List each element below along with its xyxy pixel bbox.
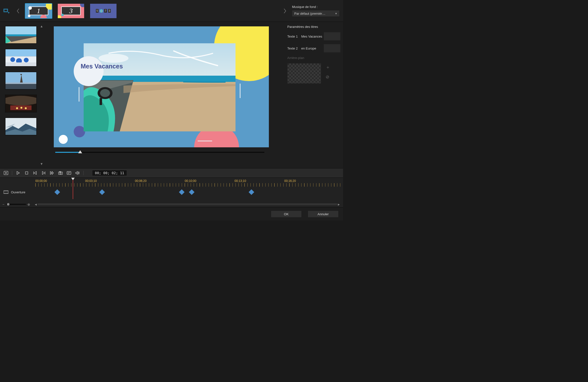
zoom-control[interactable]: − ⊕ (2, 203, 30, 206)
svg-rect-7 (5, 49, 36, 56)
track-header: Ouverture (0, 190, 35, 194)
scroll-down-icon[interactable]: ▼ (40, 162, 43, 166)
keyframe[interactable] (189, 189, 195, 195)
text1-label: Texte 1 (287, 35, 300, 38)
dialog-footer: OK Annuler (0, 208, 343, 220)
clip-thumb-2[interactable] (5, 49, 37, 67)
zoom-out-icon[interactable]: − (2, 203, 4, 206)
timeline-hscroll[interactable]: ◄ ► (34, 203, 341, 206)
svg-point-9 (10, 57, 15, 62)
template-digit: 3 (61, 6, 81, 15)
svg-rect-31 (25, 172, 28, 174)
zoom-in-icon[interactable]: ⊕ (27, 203, 30, 206)
right-panel: Paramètres des titres Texte 1 Mes Vacanc… (286, 22, 343, 168)
clip-column: ▲ ▼ (0, 22, 45, 168)
play-icon[interactable] (15, 170, 22, 176)
template-thumb-1[interactable]: 1 (25, 3, 52, 19)
template-thumb-2[interactable]: 3 (57, 3, 85, 19)
music-select[interactable]: Par défaut (premièr… ▼ (292, 10, 340, 17)
keyframe[interactable] (55, 189, 60, 195)
timeline-ruler[interactable]: 00;00;00 00;03;10 00;06;20 00;10;00 00;1… (35, 178, 341, 187)
stop-icon[interactable] (23, 170, 30, 176)
template-next-icon[interactable] (283, 3, 288, 18)
music-value: Par défaut (premièr… (294, 12, 325, 15)
clip-thumb-5[interactable] (5, 117, 37, 135)
text2-label: Texte 2 (287, 47, 300, 50)
snapshot-icon[interactable] (57, 170, 64, 176)
step-fwd-icon[interactable] (40, 170, 47, 176)
svg-point-20 (20, 107, 22, 109)
plus-icon: + (100, 9, 103, 13)
scroll-right-icon[interactable]: ► (337, 203, 341, 206)
svg-point-19 (16, 107, 18, 109)
svg-point-28 (100, 89, 110, 97)
cancel-button[interactable]: Annuler (308, 211, 339, 218)
ok-button[interactable]: OK (271, 211, 302, 218)
keyframe[interactable] (249, 189, 254, 195)
track-icon (3, 190, 8, 194)
template-prev-icon[interactable] (15, 3, 20, 18)
svg-rect-15 (20, 74, 22, 75)
text2-edit-box[interactable] (324, 44, 341, 53)
track-body[interactable] (35, 187, 343, 198)
svg-point-35 (60, 172, 61, 174)
keyframe[interactable] (179, 189, 185, 195)
right-panel-heading: Paramètres des titres (287, 25, 341, 29)
add-background-icon[interactable]: ＋ (326, 64, 330, 70)
keyframe[interactable] (99, 189, 105, 195)
svg-rect-37 (67, 171, 71, 174)
track-label: Ouverture (11, 190, 25, 194)
background-swatch[interactable] (287, 63, 321, 84)
text1-value: Mes Vacances (301, 35, 322, 38)
svg-rect-29 (100, 98, 102, 105)
svg-point-11 (24, 58, 29, 62)
preview-seek-bar[interactable] (55, 152, 264, 153)
svg-point-21 (25, 107, 27, 109)
layout-tool-icon[interactable] (2, 7, 11, 15)
svg-rect-4 (5, 26, 36, 36)
clip-thumb-3[interactable] (5, 72, 37, 90)
playhead[interactable] (73, 178, 73, 199)
scroll-up-icon[interactable]: ▲ (40, 24, 43, 28)
clip-scrollbar[interactable]: ▲ ▼ (40, 24, 43, 166)
timeline: 00;00;00 00;03;10 00;06;20 00;10;00 00;1… (0, 178, 343, 208)
scroll-left-icon[interactable]: ◄ (34, 203, 38, 206)
template-strip: 1 3 5 + 7 3 (25, 3, 278, 19)
volume-icon[interactable] (74, 170, 81, 176)
svg-rect-12 (5, 62, 36, 66)
svg-rect-1 (4, 9, 7, 11)
music-label: Musique de fond : (292, 5, 340, 9)
timecode-display[interactable]: 00; 00; 02; 11 (92, 170, 127, 176)
template-topbar: 1 3 5 + 7 3 Musique de fond : Par défaut… (0, 0, 343, 22)
svg-rect-41 (4, 191, 8, 191)
chevron-down-icon: ▼ (335, 12, 337, 15)
transport-bar: 00; 00; 02; 11 (0, 168, 343, 178)
preview-column: Mes Vacances (45, 22, 286, 168)
clear-background-icon[interactable]: ⊘ (326, 74, 330, 80)
svg-point-24 (99, 54, 128, 63)
music-panel: Musique de fond : Par défaut (premièr… ▼ (292, 5, 341, 17)
svg-rect-42 (4, 193, 8, 194)
caption-icon[interactable] (65, 170, 72, 176)
step-back-icon[interactable] (32, 170, 39, 176)
clip-thumb-1[interactable] (5, 26, 37, 44)
clip-thumb-4[interactable] (5, 95, 37, 112)
svg-rect-6 (5, 34, 36, 36)
seek-head-icon[interactable] (78, 150, 82, 153)
background-label: Arrière-plan (287, 56, 341, 60)
svg-rect-14 (5, 83, 36, 89)
svg-rect-16 (5, 83, 36, 84)
preview-title-text[interactable]: Mes Vacances (81, 63, 123, 70)
text1-edit-box[interactable] (324, 32, 341, 41)
text2-value: en Europe (301, 47, 322, 50)
preview-canvas[interactable]: Mes Vacances (54, 26, 269, 147)
play-media-icon[interactable] (2, 170, 9, 176)
template-thumb-3[interactable]: 5 + 7 3 (90, 3, 117, 19)
fast-fwd-icon[interactable] (49, 170, 56, 176)
